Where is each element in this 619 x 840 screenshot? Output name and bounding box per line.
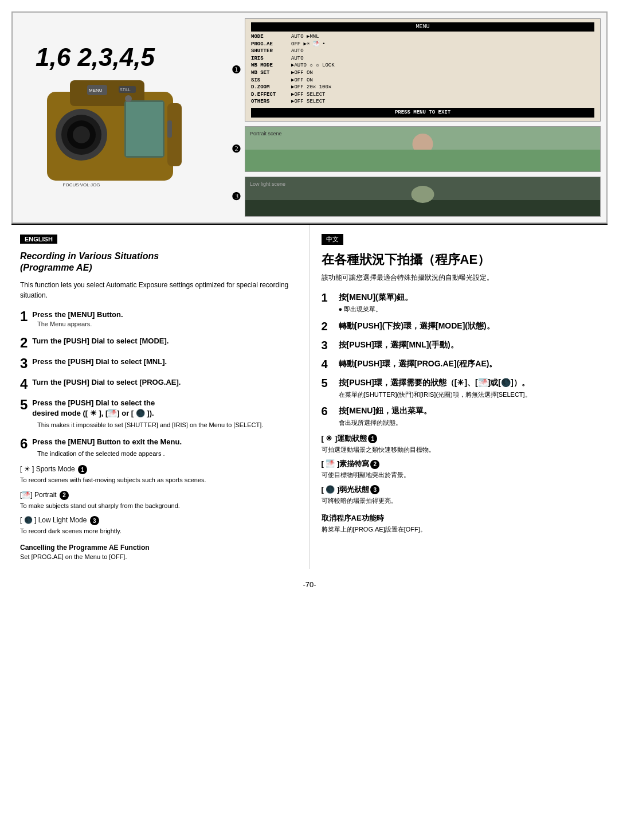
panel-1-num: ❶ — [230, 64, 242, 76]
menu-value-sis: ▶OFF ON — [291, 77, 594, 84]
step-4-num: 4 — [20, 377, 28, 391]
ch-sports-circle: 1 — [368, 434, 377, 443]
step-6-num: 6 — [20, 437, 28, 451]
mode-lowlight-label: [ 🌑 ] Low Light Mode 3 — [20, 516, 298, 525]
menu-value-shutter: AUTO — [291, 48, 594, 55]
ch-step-4: 4 轉動[PUSH]環，選擇[PROG.AE](程序AE)。 — [322, 358, 600, 371]
camera-section: 1,6 2,3,4,5 MENU — [13, 13, 219, 222]
chinese-section-label: 中文 — [322, 234, 343, 245]
ch-step-3: 3 按[PUSH]環，選擇[MNL](手動)。 — [322, 339, 600, 352]
ch-step-2-content: 轉動[PUSH](下按)環，選擇[MODE](狀態)。 — [339, 320, 600, 333]
ch-mode-portrait-label: [ 🌁 ]素描特寫2 — [322, 459, 600, 469]
step-number-label: 1,6 2,3,4,5 — [36, 43, 155, 72]
ch-step-3-content: 按[PUSH]環，選擇[MNL](手動)。 — [339, 339, 600, 352]
menu-row-wbmode: WB MODE ▶AUTO ☼ ☼ LOCK — [251, 62, 594, 69]
top-image-section: 1,6 2,3,4,5 MENU — [11, 11, 608, 224]
page-number: -70- — [11, 580, 608, 597]
english-title-line1: Recording in Various Situations — [20, 251, 159, 261]
mode-sports-desc: To record scenes with fast-moving subjec… — [20, 476, 298, 485]
ch-step-2-title: 轉動[PUSH](下按)環，選擇[MODE](狀態)。 — [339, 320, 600, 332]
english-step-3: 3 Press the [PUSH] Dial to select [MNL]. — [20, 357, 298, 370]
mode-lowlight: [ 🌑 ] Low Light Mode 3 To record dark sc… — [20, 516, 298, 536]
svg-text:FOCUS·VOL·JOG: FOCUS·VOL·JOG — [63, 182, 100, 187]
ch-step-6-sub: 會出現所選擇的狀態。 — [339, 418, 600, 428]
menu-value-progae: OFF ▶☀ 🌁 • — [291, 41, 594, 48]
ch-step-6-content: 按[MENU]鈕，退出菜單。 會出現所選擇的狀態。 — [339, 405, 600, 428]
portrait-circle: 2 — [60, 491, 69, 500]
mode-sports: [ ☀ ] Sports Mode 1 To record scenes wit… — [20, 465, 298, 485]
menu-row-deffect: D.EFFECT ▶OFF SELECT — [251, 91, 594, 99]
svg-rect-19 — [245, 150, 600, 172]
ch-step-4-content: 轉動[PUSH]環，選擇[PROG.AE](程序AE)。 — [339, 358, 600, 371]
step-1-title: Press the [MENU] Button. — [20, 310, 298, 320]
step-5-num: 5 — [20, 398, 28, 412]
ch-step-2-num: 2 — [322, 320, 334, 333]
lowlight-circle: 3 — [90, 516, 99, 525]
cancel-desc: Set [PROG.AE] on the Menu to [OFF]. — [20, 553, 298, 560]
photo-panel-2: Portrait scene — [245, 126, 601, 172]
english-step-4: 4 Turn the [PUSH] Dial to select [PROG.A… — [20, 377, 298, 391]
menu-value-deffect: ▶OFF SELECT — [291, 91, 594, 99]
menu-row-shutter: SHUTTER AUTO — [251, 48, 594, 55]
press-menu-exit: PRESS MENU TO EXIT — [251, 108, 594, 118]
menu-row-mode: MODE AUTO ▶MNL — [251, 33, 594, 41]
ch-step-6-title: 按[MENU]鈕，退出菜單。 — [339, 405, 600, 417]
menu-value-iris: AUTO — [291, 55, 594, 62]
menu-row-wbset: WB SET ▶OFF ON — [251, 69, 594, 77]
ch-step-5-num: 5 — [322, 377, 334, 390]
ch-lowlight-circle: 3 — [370, 485, 379, 494]
photo-panel-3-container: ❸ Low light scene — [230, 177, 601, 217]
step-1-sub: The Menu appears. — [37, 320, 298, 329]
menu-value-others: ▶OFF SELECT — [291, 98, 594, 106]
mode-lowlight-desc: To record dark scenes more brightly. — [20, 527, 298, 536]
camera-svg: MENU STILL FOCUS·VOL·JOG — [36, 69, 196, 201]
ch-mode-portrait: [ 🌁 ]素描特寫2 可使目標物明顯地突出於背景。 — [322, 459, 600, 480]
ch-step-2: 2 轉動[PUSH](下按)環，選擇[MODE](狀態)。 — [322, 320, 600, 333]
ch-step-1-sub: ● 即出現菜單。 — [339, 304, 600, 314]
ch-step-1-num: 1 — [322, 291, 334, 304]
svg-point-5 — [73, 126, 90, 143]
menu-row-iris: IRIS AUTO — [251, 55, 594, 62]
ch-cancel-desc: 將菜單上的[PROG.AE]設置在[OFF]。 — [322, 525, 600, 534]
ch-portrait-circle: 2 — [370, 460, 379, 469]
camera-wrapper: 1,6 2,3,4,5 MENU — [36, 52, 196, 189]
svg-rect-7 — [126, 102, 163, 156]
page: 1,6 2,3,4,5 MENU — [0, 0, 619, 840]
menu-label-wbset: WB SET — [251, 69, 291, 77]
sports-circle: 1 — [78, 465, 87, 474]
step-4-title: Turn the [PUSH] Dial to select [PROG.AE]… — [20, 377, 298, 388]
svg-text:MENU: MENU — [89, 88, 103, 93]
menu-label-wbmode: WB MODE — [251, 62, 291, 69]
panel-3-num: ❸ — [230, 190, 242, 203]
menu-row-sis: SIS ▶OFF ON — [251, 77, 594, 84]
ch-step-1-title: 按[MENU](菜單)鈕。 — [339, 291, 600, 303]
right-info-section: ❶ MENU MODE AUTO ▶MNL PROG.AE OFF ▶☀ 🌁 •… — [219, 13, 606, 222]
menu-row-dzoom: D.ZOOM ▶OFF 20✕ 100✕ — [251, 84, 594, 91]
ch-mode-sports-label: [ ☀ ]運動狀態1 — [322, 433, 600, 444]
english-title-line2: (Programme AE) — [20, 263, 92, 272]
menu-title: MENU — [251, 22, 594, 32]
mode-portrait-desc: To make subjects stand out sharply from … — [20, 502, 298, 510]
menu-panel: MENU MODE AUTO ▶MNL PROG.AE OFF ▶☀ 🌁 • S… — [245, 18, 601, 122]
ch-step-5-title: 按[PUSH]環，選擇需要的狀態（[☀]、[🌁]或[🌑]）。 — [339, 377, 600, 389]
ch-cancel-title: 取消程序AE功能時 — [322, 513, 600, 523]
cancel-title: Cancelling the Programme AE Function — [20, 544, 298, 552]
ch-step-5-sub: 在菜單的[SHUTTER](快門)和[IRIS](光圈)項，將無法選擇[SELE… — [339, 390, 600, 400]
svg-point-12 — [125, 95, 132, 102]
svg-text:Low light scene: Low light scene — [250, 181, 285, 187]
photo-panel-3: Low light scene — [245, 177, 601, 217]
english-step-2: 2 Turn the [PUSH] Dial to select [MODE]. — [20, 336, 298, 350]
menu-value-wbmode: ▶AUTO ☼ ☼ LOCK — [291, 62, 594, 69]
chinese-title: 在各種狀況下拍攝（程序AE） — [322, 252, 600, 268]
menu-label-shutter: SHUTTER — [251, 48, 291, 55]
ch-step-4-title: 轉動[PUSH]環，選擇[PROG.AE](程序AE)。 — [339, 358, 600, 370]
menu-label-iris: IRIS — [251, 55, 291, 62]
menu-value-wbset: ▶OFF ON — [291, 69, 594, 77]
mode-portrait: [🌁] Portrait 2 To make subjects stand ou… — [20, 491, 298, 510]
menu-label-deffect: D.EFFECT — [251, 91, 291, 99]
night-photo-svg: Low light scene — [245, 177, 600, 217]
ch-step-6: 6 按[MENU]鈕，退出菜單。 會出現所選擇的狀態。 — [322, 405, 600, 428]
ch-step-3-num: 3 — [322, 339, 334, 352]
ch-step-5: 5 按[PUSH]環，選擇需要的狀態（[☀]、[🌁]或[🌑]）。 在菜單的[SH… — [322, 377, 600, 400]
content-section: ENGLISH Recording in Various Situations … — [11, 224, 608, 569]
